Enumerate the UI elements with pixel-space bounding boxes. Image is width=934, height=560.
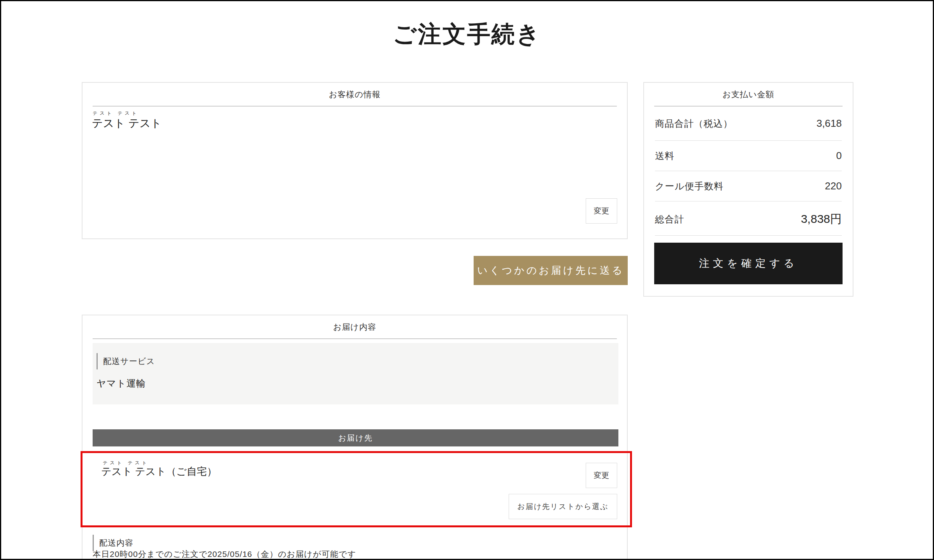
divider [93, 338, 617, 339]
delivery-date-note: 本日20時00分までのご注文で2025/05/16（金）のお届けが可能です [93, 548, 356, 560]
subtotal-label: 商品合計（税込） [655, 117, 733, 130]
payment-section-title: お支払い金額 [644, 83, 853, 100]
delivery-service-panel: 配送サービス ヤマト運輸 [93, 343, 618, 404]
recipient-change-button[interactable]: 変更 [586, 463, 617, 488]
address-bar-heading: お届け先 [93, 429, 618, 446]
shipping-label: 送料 [655, 150, 674, 162]
delivery-contents-section: お届け内容 配送サービス ヤマト運輸 お届け先 テスト テスト テスト テスト（… [82, 315, 628, 560]
customer-name-furigana: テスト テスト [93, 110, 627, 116]
payment-row-total: 総合計 3,838円 [655, 203, 842, 236]
recipient-name: テスト テスト（ご自宅） [101, 465, 217, 478]
customer-change-button[interactable]: 変更 [586, 198, 617, 224]
total-label: 総合計 [655, 213, 684, 226]
order-page: ご注文手続き お客様の情報 テスト テスト テスト テスト 変更 いくつかのお届… [0, 0, 934, 560]
customer-section-title: お客様の情報 [83, 83, 627, 100]
delivery-service-label: 配送サービス [103, 356, 155, 367]
cool-fee-value: 220 [825, 180, 842, 192]
delivery-service-label-row: 配送サービス [97, 353, 618, 369]
page-title: ご注文手続き [1, 21, 933, 48]
total-value: 3,838円 [801, 211, 842, 227]
customer-name: テスト テスト [92, 117, 627, 130]
cool-fee-label: クール便手数料 [655, 180, 723, 192]
address-list-button[interactable]: お届け先リストから選ぶ [509, 494, 617, 519]
label-bar [97, 353, 98, 369]
payment-row-subtotal: 商品合計（税込） 3,618 [655, 107, 842, 141]
payment-row-cool-fee: クール便手数料 220 [655, 171, 842, 201]
customer-info-section: お客様の情報 テスト テスト テスト テスト 変更 [82, 82, 628, 239]
multi-address-button[interactable]: いくつかのお届け先に送る [474, 256, 628, 285]
payment-row-shipping: 送料 0 [655, 141, 842, 171]
payment-rows: 商品合計（税込） 3,618 送料 0 クール便手数料 220 総合計 3,83… [655, 107, 842, 236]
payment-summary-section: お支払い金額 商品合計（税込） 3,618 送料 0 クール便手数料 220 総… [643, 82, 853, 297]
confirm-order-button[interactable]: 注文を確定する [654, 243, 843, 284]
shipping-value: 0 [836, 150, 842, 162]
delivery-section-title: お届け内容 [83, 315, 627, 332]
delivery-contents-label: 配送内容 [99, 537, 133, 548]
subtotal-value: 3,618 [816, 117, 842, 130]
delivery-service-value: ヤマト運輸 [97, 377, 618, 390]
divider [93, 106, 617, 107]
